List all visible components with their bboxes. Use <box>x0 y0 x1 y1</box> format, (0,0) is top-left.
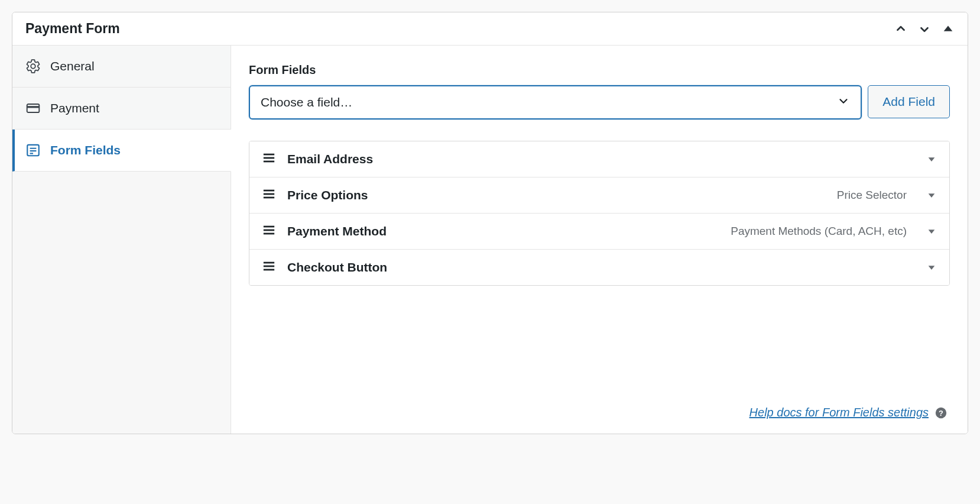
expand-icon[interactable] <box>927 227 936 236</box>
sidebar: General Payment Form Fields <box>12 46 231 434</box>
sidebar-fill <box>12 172 231 434</box>
sidebar-item-general[interactable]: General <box>12 46 231 88</box>
expand-icon[interactable] <box>927 190 936 200</box>
field-title: Price Options <box>287 188 825 202</box>
sidebar-item-payment[interactable]: Payment <box>12 88 231 130</box>
svg-rect-10 <box>264 193 274 195</box>
field-select-wrap: Choose a field… <box>249 85 862 119</box>
field-row-email[interactable]: Email Address <box>249 141 949 177</box>
svg-rect-15 <box>264 262 274 264</box>
field-list: Email Address Price Options Price Select… <box>249 141 950 286</box>
move-down-icon[interactable] <box>918 22 931 35</box>
card-icon <box>25 101 41 116</box>
svg-rect-1 <box>27 106 40 108</box>
sidebar-item-label: Payment <box>50 101 99 115</box>
drag-handle-icon[interactable] <box>262 261 275 274</box>
chevron-down-icon <box>837 95 850 111</box>
svg-rect-12 <box>264 226 274 228</box>
svg-rect-14 <box>264 233 274 235</box>
sidebar-item-label: General <box>50 59 95 73</box>
field-subtitle: Price Selector <box>837 189 907 202</box>
move-up-icon[interactable] <box>894 22 907 35</box>
sidebar-item-form-fields[interactable]: Form Fields <box>12 130 231 172</box>
svg-rect-16 <box>264 266 274 267</box>
panel-body: General Payment Form Fields Form Fields <box>12 46 968 434</box>
drag-handle-icon[interactable] <box>262 225 275 238</box>
svg-rect-7 <box>264 157 274 159</box>
footer: Help docs for Form Fields settings ? <box>249 394 950 422</box>
drag-handle-icon[interactable] <box>262 153 275 166</box>
sidebar-item-label: Form Fields <box>50 143 121 157</box>
field-title: Payment Method <box>287 224 719 238</box>
svg-rect-17 <box>264 269 274 271</box>
help-info-icon[interactable]: ? <box>934 406 947 419</box>
svg-rect-9 <box>264 190 274 192</box>
collapse-icon[interactable] <box>942 22 955 35</box>
gear-icon <box>25 59 41 74</box>
panel-header: Payment Form <box>12 12 968 46</box>
main-fill <box>249 286 950 394</box>
svg-text:?: ? <box>939 408 943 417</box>
select-placeholder: Choose a field… <box>261 95 352 109</box>
payment-form-panel: Payment Form General <box>12 12 968 434</box>
svg-rect-6 <box>264 154 274 156</box>
field-type-select[interactable]: Choose a field… <box>249 85 862 119</box>
expand-icon[interactable] <box>927 154 936 164</box>
header-controls <box>894 22 955 35</box>
field-row-price[interactable]: Price Options Price Selector <box>249 177 949 214</box>
field-title: Email Address <box>287 152 915 166</box>
field-select-row: Choose a field… Add Field <box>249 85 950 119</box>
expand-icon[interactable] <box>927 263 936 272</box>
form-icon <box>25 143 41 158</box>
svg-rect-8 <box>264 161 274 163</box>
field-subtitle: Payment Methods (Card, ACH, etc) <box>731 225 907 238</box>
add-field-label: Add Field <box>882 95 935 109</box>
help-docs-link[interactable]: Help docs for Form Fields settings <box>749 406 929 419</box>
svg-rect-11 <box>264 197 274 199</box>
field-row-payment-method[interactable]: Payment Method Payment Methods (Card, AC… <box>249 214 949 250</box>
svg-rect-0 <box>27 104 40 112</box>
field-row-checkout[interactable]: Checkout Button <box>249 250 949 285</box>
section-label: Form Fields <box>249 63 950 77</box>
field-title: Checkout Button <box>287 260 915 274</box>
panel-title: Payment Form <box>25 21 120 37</box>
add-field-button[interactable]: Add Field <box>868 85 950 118</box>
drag-handle-icon[interactable] <box>262 189 275 202</box>
svg-rect-13 <box>264 230 274 231</box>
main-content: Form Fields Choose a field… Add Field <box>231 46 968 434</box>
